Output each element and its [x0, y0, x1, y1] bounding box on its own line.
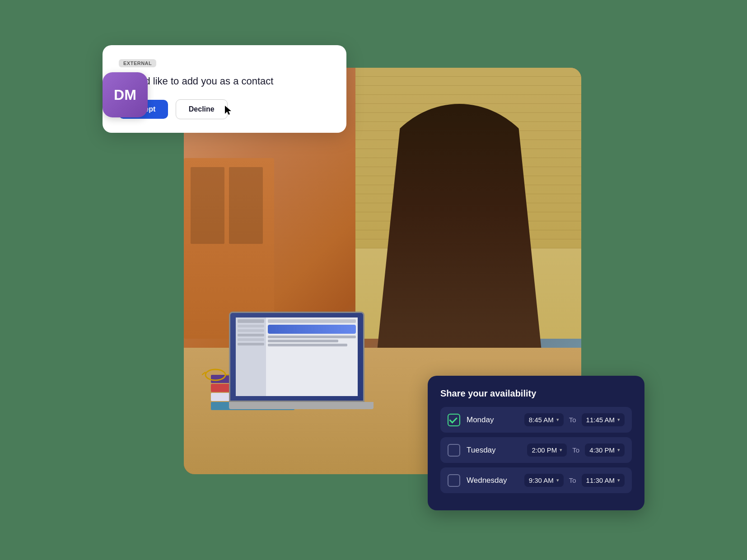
- cursor-icon: [225, 106, 233, 116]
- tuesday-label: Tuesday: [467, 446, 512, 455]
- wednesday-from-dropdown[interactable]: 9:30 AM ▾: [524, 474, 564, 487]
- wednesday-from-time: 9:30 AM: [529, 476, 554, 484]
- svg-point-0: [205, 369, 225, 380]
- monday-checkbox[interactable]: [448, 414, 460, 426]
- wednesday-to-time: 11:30 AM: [586, 476, 615, 484]
- monday-checkbox-checked: [448, 414, 460, 426]
- tuesday-to-time: 4:30 PM: [589, 446, 615, 454]
- tuesday-checkbox[interactable]: [448, 444, 460, 457]
- wednesday-time-selector: 9:30 AM ▾ To 11:30 AM ▾: [524, 474, 625, 487]
- tuesday-time-selector: 2:00 PM ▾ To 4:30 PM ▾: [527, 443, 625, 457]
- wednesday-label: Wednesday: [467, 476, 512, 485]
- laptop: [229, 312, 374, 420]
- availability-row-tuesday: Tuesday 2:00 PM ▾ To 4:30 PM ▾: [440, 437, 632, 463]
- monday-label: Monday: [467, 415, 512, 425]
- external-badge: EXTERNAL: [119, 59, 156, 67]
- monday-to-chevron: ▾: [617, 417, 620, 423]
- monday-separator: To: [569, 416, 576, 424]
- avatar: DM: [103, 72, 148, 117]
- availability-row-monday: Monday 8:45 AM ▾ To 11:45 AM ▾: [440, 407, 632, 433]
- monday-to-time: 11:45 AM: [586, 416, 615, 424]
- contact-message: I would like to add you as a contact: [119, 75, 330, 89]
- contact-card-actions: Accept Decline: [119, 99, 330, 119]
- monday-from-time: 8:45 AM: [529, 416, 554, 424]
- tuesday-to-dropdown[interactable]: 4:30 PM ▾: [585, 443, 625, 457]
- scene-container: DM EXTERNAL I would like to add you as a…: [103, 32, 644, 528]
- tuesday-from-time: 2:00 PM: [532, 446, 557, 454]
- tuesday-from-chevron: ▾: [560, 447, 562, 453]
- wednesday-checkbox[interactable]: [448, 474, 460, 487]
- monday-time-selector: 8:45 AM ▾ To 11:45 AM ▾: [524, 413, 625, 426]
- monday-to-dropdown[interactable]: 11:45 AM ▾: [582, 413, 625, 426]
- decline-button[interactable]: Decline: [176, 99, 228, 119]
- wednesday-checkbox-unchecked: [448, 474, 460, 487]
- tuesday-from-dropdown[interactable]: 2:00 PM ▾: [527, 443, 567, 457]
- availability-card: Share your availability Monday 8:45 AM ▾…: [428, 376, 644, 510]
- wednesday-separator: To: [569, 476, 576, 484]
- wednesday-from-chevron: ▾: [556, 477, 559, 483]
- tuesday-checkbox-unchecked: [448, 444, 460, 457]
- monday-from-chevron: ▾: [556, 417, 559, 423]
- tuesday-separator: To: [572, 446, 579, 454]
- availability-row-wednesday: Wednesday 9:30 AM ▾ To 11:30 AM ▾: [440, 467, 632, 493]
- availability-title: Share your availability: [440, 388, 632, 399]
- wednesday-to-dropdown[interactable]: 11:30 AM ▾: [582, 474, 625, 487]
- tuesday-to-chevron: ▾: [617, 447, 620, 453]
- svg-marker-5: [225, 106, 231, 115]
- wednesday-to-chevron: ▾: [617, 477, 620, 483]
- monday-from-dropdown[interactable]: 8:45 AM ▾: [524, 413, 564, 426]
